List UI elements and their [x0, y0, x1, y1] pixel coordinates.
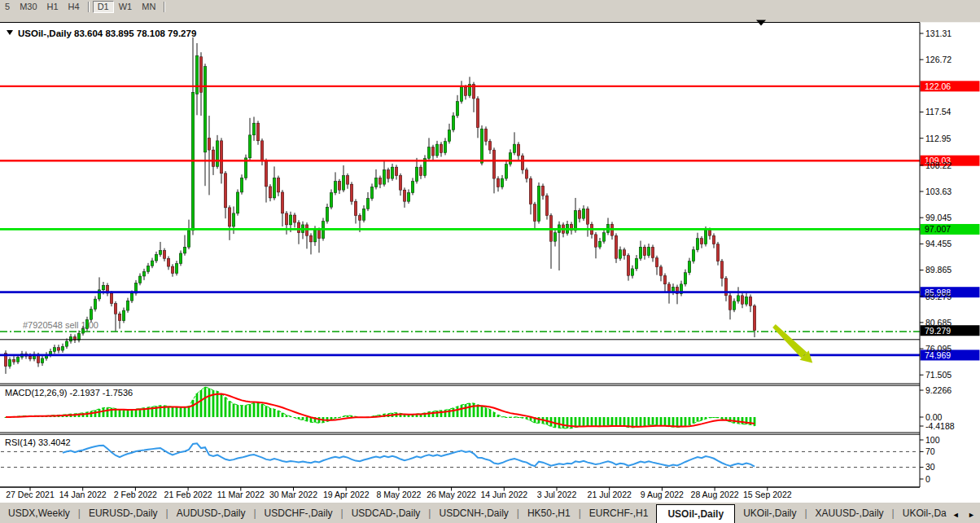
tab-EURCHF-,H1[interactable]: EURCHF-,H1 [581, 504, 657, 523]
timeframe-W1[interactable]: W1 [114, 1, 138, 13]
timeframe-MN[interactable]: MN [137, 1, 160, 13]
chart-tabs: USDX,Weekly|EURUSD-,Daily|AUDUSD-,Daily|… [0, 502, 980, 523]
tab-UKOil-,Da[interactable]: UKOil-,Da [895, 504, 955, 523]
timeframe-H1[interactable]: H1 [42, 1, 63, 13]
date-tick-label: 14 Jun 2022 [480, 490, 527, 499]
tab-USDCNH-,Daily[interactable]: USDCNH-,Daily [431, 504, 516, 523]
timeframe-H4[interactable]: H4 [63, 1, 85, 13]
price-tick-label: 103.63 [925, 187, 952, 196]
price-tick-label: 108.22 [925, 160, 952, 170]
macd-axis-label: 9.2266 [925, 385, 952, 395]
tab-USOil-,Daily[interactable]: USOil-,Daily [656, 504, 735, 523]
toolbar-divider [88, 2, 90, 12]
tab-HK50-,H1[interactable]: HK50-,H1 [519, 504, 579, 523]
price-tick-label: 89.865 [925, 265, 952, 275]
tab-scroll-arrows: ◄ ► [952, 511, 978, 519]
level-badge-122.06: 122.06 [925, 81, 951, 91]
chart-title-group: USOil-,Daily 83.604 83.895 78.108 79.279 [7, 29, 196, 38]
toolbar-divider [164, 2, 165, 12]
macd-axis-label: -4.4188 [925, 421, 955, 431]
tab-UKOil-,Daily[interactable]: UKOil-,Daily [735, 504, 804, 523]
rsi-axis-label: 100 [925, 435, 940, 445]
date-tick-label: 21 Feb 2022 [164, 490, 212, 499]
macd-label: MACD(12,26,9) -2.1937 -1.7536 [5, 388, 133, 398]
level-badge-97.007: 97.007 [925, 224, 951, 234]
chart-title: USOil-,Daily 83.604 83.895 78.108 79.279 [18, 29, 196, 38]
window-chrome-strip [0, 14, 980, 23]
tab-USDCAD-,Daily[interactable]: USDCAD-,Daily [343, 504, 429, 523]
price-tick-label: 117.54 [925, 107, 951, 116]
price-tick-label: 94.455 [925, 239, 952, 248]
date-tick-label: 30 Mar 2022 [269, 490, 317, 499]
date-tick-label: 28 Aug 2022 [691, 490, 739, 499]
date-tick-label: 3 Jul 2022 [537, 490, 577, 499]
tab-scroll-left-icon[interactable]: ◄ [952, 511, 963, 519]
price-tick-label: 71.505 [925, 370, 952, 380]
date-axis[interactable]: 27 Dec 202114 Jan 20222 Feb 202221 Feb 2… [6, 487, 792, 499]
date-tick-label: 11 Mar 2022 [217, 490, 265, 499]
date-tick-label: 14 Jan 2022 [59, 490, 107, 499]
price-tick-label: 76.095 [925, 344, 952, 354]
tab-AUDUSD-,Daily[interactable]: AUDUSD-,Daily [168, 504, 254, 523]
price-tick-label: 99.045 [925, 213, 952, 222]
timeframe-toolbar: 5M30H1H4D1W1MN [0, 0, 980, 15]
date-tick-label: 9 Aug 2022 [641, 490, 684, 499]
price-tick-label: 112.95 [925, 134, 951, 143]
tab-USDCHF-,Daily[interactable]: USDCHF-,Daily [256, 504, 341, 523]
date-tick-label: 19 Apr 2022 [323, 490, 370, 499]
date-tick-label: 2 Feb 2022 [114, 490, 157, 499]
rsi-axis-label: 70 [925, 446, 935, 456]
timeframe-M30[interactable]: M30 [15, 1, 42, 13]
rsi-axis-label: 0 [925, 474, 930, 484]
date-tick-label: 21 Jul 2022 [588, 490, 632, 499]
rsi-label: RSI(14) 33.4042 [5, 437, 71, 447]
tab-scroll-right-icon[interactable]: ► [968, 511, 978, 519]
tab-XAUUSD-,Daily[interactable]: XAUUSD-,Daily [807, 504, 892, 523]
mt4-window: 5M30H1H4D1W1MN #7920548 sell 1.00 USOil-… [0, 0, 980, 523]
date-tick-label: 15 Sep 2022 [743, 490, 792, 499]
price-tick-label: 126.72 [925, 55, 952, 64]
price-tick-label: 131.31 [925, 29, 952, 38]
rsi-axis-label: 30 [925, 462, 935, 472]
timeframe-5[interactable]: 5 [0, 1, 15, 13]
tab-USDX,Weekly[interactable]: USDX,Weekly [0, 504, 78, 523]
price-tick-label: 85.275 [925, 292, 952, 301]
timeframe-D1[interactable]: D1 [93, 1, 114, 13]
price-tick-label: 80.685 [925, 318, 952, 327]
date-tick-label: 8 May 2022 [376, 490, 421, 499]
chart-area[interactable]: #7920548 sell 1.00 USOil-,Daily 83.604 8… [0, 14, 980, 502]
tab-EURUSD-,Daily[interactable]: EURUSD-,Daily [81, 504, 166, 523]
date-tick-label: 27 Dec 2021 [6, 490, 55, 499]
date-tick-label: 26 May 2022 [427, 490, 476, 499]
